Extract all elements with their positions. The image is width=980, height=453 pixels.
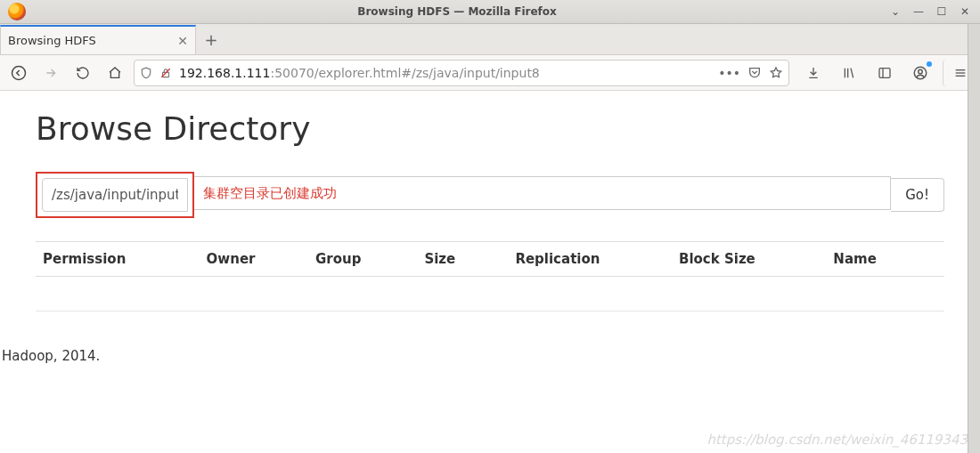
forward-button[interactable] — [37, 60, 64, 86]
url-rest: :50070/explorer.html#/zs/java/input/inpu… — [270, 66, 539, 80]
page-actions-icon[interactable]: ••• — [718, 66, 740, 80]
tab-browsing-hdfs[interactable]: Browsing HDFS ✕ — [0, 25, 196, 54]
window-minimize-icon[interactable]: — — [912, 5, 925, 18]
url-host: 192.168.1.111 — [179, 66, 270, 80]
insecure-lock-icon[interactable] — [159, 67, 172, 79]
address-bar[interactable]: 192.168.1.111:50070/explorer.html#/zs/ja… — [134, 60, 789, 86]
home-button[interactable] — [102, 60, 128, 86]
toolbar-right — [795, 60, 975, 86]
col-owner: Owner — [200, 242, 308, 277]
col-permission: Permission — [36, 242, 200, 277]
downloads-icon[interactable] — [800, 60, 827, 86]
path-row: 集群空目录已创建成功 Go! — [36, 172, 944, 218]
divider — [36, 311, 944, 311]
window-close-icon[interactable]: ✕ — [959, 5, 971, 18]
library-icon[interactable] — [836, 60, 862, 86]
svg-rect-3 — [879, 68, 890, 77]
window-controls: ⌄ — ☐ ✕ — [880, 5, 980, 18]
footer-text: Hadoop, 2014. — [0, 348, 100, 364]
account-icon[interactable] — [907, 60, 934, 86]
url-text: 192.168.1.111:50070/explorer.html#/zs/ja… — [179, 66, 711, 80]
path-annotation: 集群空目录已创建成功 — [192, 176, 891, 210]
directory-table: Permission Owner Group Size Replication … — [36, 241, 944, 277]
sidebar-icon[interactable] — [871, 60, 898, 86]
bookmark-star-icon[interactable] — [769, 66, 783, 80]
col-blocksize: Block Size — [672, 242, 826, 277]
window-maximize-icon[interactable]: ☐ — [935, 5, 948, 18]
back-button[interactable] — [5, 60, 32, 86]
reload-button[interactable] — [69, 60, 96, 86]
col-size: Size — [417, 242, 508, 277]
window-titlebar: Browsing HDFS — Mozilla Firefox ⌄ — ☐ ✕ — [0, 0, 980, 24]
firefox-logo — [0, 3, 34, 20]
path-input[interactable] — [42, 178, 188, 212]
pocket-icon[interactable] — [747, 66, 762, 80]
page-title: Browse Directory — [36, 110, 944, 147]
new-tab-button[interactable]: + — [196, 25, 226, 54]
shield-icon[interactable] — [140, 67, 152, 79]
nav-toolbar: 192.168.1.111:50070/explorer.html#/zs/ja… — [0, 55, 980, 91]
hamburger-menu-icon[interactable] — [943, 60, 969, 86]
col-replication: Replication — [508, 242, 672, 277]
svg-point-6 — [919, 69, 923, 74]
window-title: Browsing HDFS — Mozilla Firefox — [34, 5, 880, 18]
tab-close-icon[interactable]: ✕ — [177, 34, 188, 48]
svg-point-0 — [12, 66, 26, 79]
tab-title: Browsing HDFS — [8, 34, 96, 47]
window-more-icon[interactable]: ⌄ — [889, 5, 902, 18]
table-header-row: Permission Owner Group Size Replication … — [36, 242, 944, 277]
page-content: Browse Directory 集群空目录已创建成功 Go! Permissi… — [0, 91, 980, 453]
go-button[interactable]: Go! — [891, 178, 944, 212]
vertical-scrollbar[interactable] — [968, 24, 980, 453]
watermark: https://blog.csdn.net/weixin_46119343 — [706, 432, 968, 448]
col-name: Name — [826, 242, 944, 277]
tab-strip: Browsing HDFS ✕ + — [0, 24, 980, 55]
col-group: Group — [308, 242, 417, 277]
path-highlight-box — [36, 172, 194, 218]
